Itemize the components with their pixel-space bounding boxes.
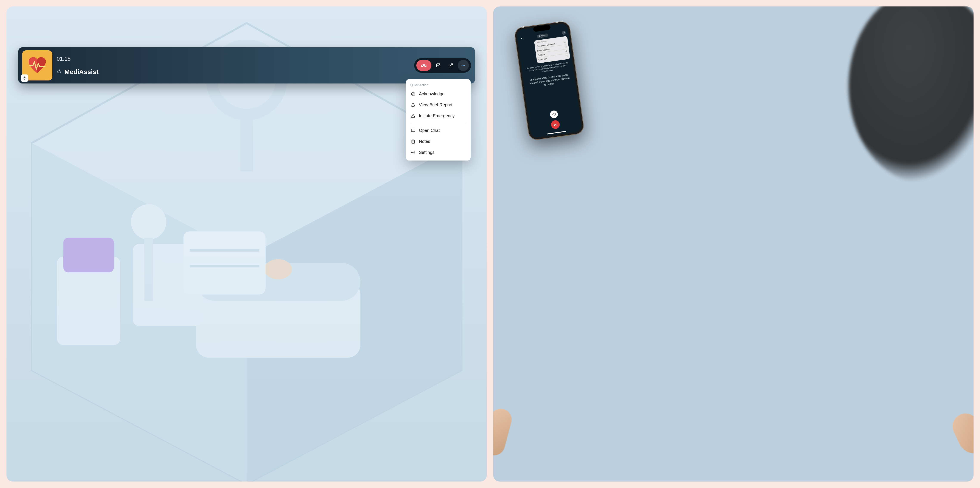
qa-label: View Brief Report xyxy=(419,102,452,108)
quick-action-title: Quick Action xyxy=(406,83,471,89)
heart-ecg-icon xyxy=(27,57,47,74)
caller-name: MediAssist xyxy=(64,68,99,76)
gear-icon xyxy=(411,150,415,155)
svg-rect-45 xyxy=(562,21,563,22)
qa-emergency[interactable]: Initiate Emergency xyxy=(406,110,471,121)
svg-point-25 xyxy=(464,65,465,66)
phone-home-indicator xyxy=(547,131,566,134)
svg-point-16 xyxy=(23,78,26,79)
chevron-down-icon[interactable] xyxy=(520,36,523,41)
qa-label: Notes xyxy=(419,139,430,144)
bell-icon xyxy=(565,45,567,48)
svg-point-24 xyxy=(463,65,464,66)
phone-call-timer: 00:11 xyxy=(537,33,548,38)
note-button[interactable] xyxy=(433,60,444,71)
svg-point-46 xyxy=(539,36,540,36)
bot-badge-icon xyxy=(21,74,28,82)
svg-point-32 xyxy=(413,117,413,117)
svg-point-48 xyxy=(563,33,563,33)
qa-label: Initiate Emergency xyxy=(419,113,455,118)
svg-point-29 xyxy=(413,106,414,107)
hand-fingers xyxy=(493,406,514,458)
call-bar: 01:15 MediAssist xyxy=(18,48,475,84)
qa-view-report[interactable]: View Brief Report xyxy=(406,100,471,110)
qa-label: Settings xyxy=(419,150,434,155)
call-widget: 01:15 MediAssist xyxy=(18,48,475,84)
caller-avatar xyxy=(22,50,52,81)
qa-label: Acknowledge xyxy=(419,92,445,97)
bot-icon xyxy=(57,69,62,75)
svg-point-19 xyxy=(57,71,61,73)
left-panel: 01:15 MediAssist xyxy=(6,6,487,482)
status-time: 3:54 xyxy=(519,25,524,29)
phone-hangup-button[interactable] xyxy=(550,120,560,129)
svg-point-28 xyxy=(411,106,412,107)
svg-rect-7 xyxy=(183,231,266,294)
svg-rect-33 xyxy=(411,129,415,132)
chat-icon xyxy=(411,128,415,133)
popout-button[interactable] xyxy=(445,60,457,71)
qa-settings[interactable]: Settings xyxy=(406,147,471,158)
status-icons xyxy=(555,20,563,24)
qa-open-chat[interactable]: Open Chat xyxy=(406,125,471,136)
svg-rect-41 xyxy=(555,22,556,23)
svg-rect-51 xyxy=(566,55,568,56)
hierarchy-icon xyxy=(411,103,415,108)
svg-point-30 xyxy=(414,106,415,107)
svg-point-23 xyxy=(461,65,463,66)
phone-description: The brain behind your shelves, turning c… xyxy=(526,61,569,75)
qa-label: Open Chat xyxy=(419,128,440,133)
hangup-button[interactable] xyxy=(416,60,431,71)
svg-point-50 xyxy=(564,32,565,33)
svg-point-17 xyxy=(24,77,25,77)
more-icon[interactable] xyxy=(562,30,566,35)
cloud-icon xyxy=(565,50,568,53)
svg-point-26 xyxy=(411,92,415,96)
svg-rect-11 xyxy=(63,238,114,273)
svg-rect-43 xyxy=(557,21,558,22)
svg-point-40 xyxy=(412,152,414,153)
right-panel: 3:54 00:11 Quick Actions Emergency Shipm… xyxy=(493,6,974,482)
notes-icon xyxy=(411,139,415,144)
svg-point-27 xyxy=(413,103,414,104)
svg-rect-13 xyxy=(240,114,253,171)
chat-icon xyxy=(566,54,568,57)
person-silhouette xyxy=(849,6,974,183)
svg-rect-42 xyxy=(556,22,557,23)
share-icon xyxy=(564,41,566,44)
qa-notes[interactable]: Notes xyxy=(406,136,471,147)
svg-point-47 xyxy=(539,35,541,37)
svg-point-49 xyxy=(564,32,564,33)
call-actions-bar xyxy=(414,58,471,73)
qa-acknowledge[interactable]: Acknowledge xyxy=(406,89,471,100)
speaker-button[interactable] xyxy=(550,110,558,119)
hand-thumb xyxy=(948,409,974,459)
more-button[interactable] xyxy=(458,60,469,71)
warning-icon xyxy=(411,114,415,118)
svg-rect-15 xyxy=(144,238,153,301)
phone-alert-text: Emergency alert: Critical stock levels d… xyxy=(528,73,571,89)
call-timer: 01:15 xyxy=(57,55,410,62)
quick-action-menu: Quick Action Acknowledge View Brief Repo… xyxy=(406,79,471,160)
svg-point-20 xyxy=(59,70,60,71)
phone-mockup: 3:54 00:11 Quick Actions Emergency Shipm… xyxy=(514,20,585,141)
svg-point-14 xyxy=(131,204,166,239)
check-circle-icon xyxy=(411,92,415,97)
svg-point-5 xyxy=(264,259,292,279)
